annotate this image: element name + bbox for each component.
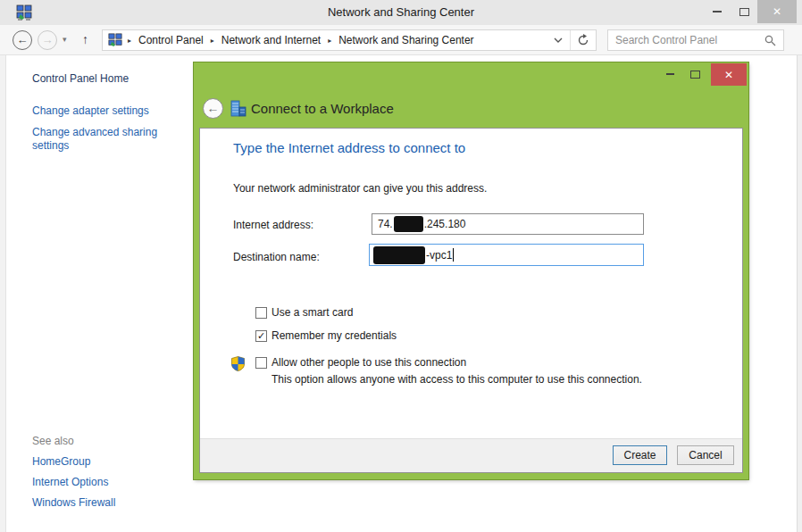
up-icon: ↑	[82, 32, 88, 46]
dialog-intro-text: Your network administrator can give you …	[233, 182, 487, 195]
network-icon	[108, 33, 122, 47]
see-also-heading: See also	[32, 435, 74, 447]
destination-name-value-suffix: -vpc1	[426, 249, 452, 262]
breadcrumb-separator-icon: ▸	[122, 37, 137, 45]
text-cursor	[453, 248, 454, 262]
maximize-icon	[690, 71, 700, 79]
redaction-box	[394, 216, 423, 232]
window-controls: ✕	[704, 0, 797, 23]
redaction-box	[373, 246, 425, 264]
search-input[interactable]	[608, 34, 764, 46]
forward-icon: →	[42, 33, 54, 46]
refresh-button[interactable]	[571, 34, 596, 46]
connect-to-workplace-dialog: ✕ ← Connect to a Workplace Type the Inte…	[194, 62, 748, 479]
search-box	[607, 29, 784, 51]
title-bar: Network and Sharing Center ✕	[0, 0, 802, 25]
window-title: Network and Sharing Center	[0, 5, 802, 19]
recent-pages-dropdown[interactable]: ▾	[63, 35, 67, 44]
allow-others-description: This option allows anyone with access to…	[272, 373, 642, 386]
address-bar[interactable]: ▸ Control Panel ▸ Network and Internet ▸…	[102, 29, 597, 51]
destination-name-field[interactable]: -vpc1	[369, 244, 644, 266]
breadcrumb-network-and-sharing-center[interactable]: Network and Sharing Center	[337, 34, 475, 46]
internet-address-value-suffix: .245.180	[424, 218, 466, 230]
internet-address-value-prefix: 74.	[378, 218, 393, 230]
breadcrumb-separator-icon: ▸	[322, 37, 337, 45]
search-button[interactable]	[764, 35, 783, 46]
destination-name-label: Destination name:	[233, 251, 320, 263]
create-button[interactable]: Create	[613, 445, 667, 465]
dialog-close-button[interactable]: ✕	[711, 63, 747, 86]
close-button[interactable]: ✕	[757, 0, 797, 23]
dialog-title: Connect to a Workplace	[251, 101, 394, 116]
dialog-minimize-button[interactable]	[657, 62, 682, 86]
back-icon: ←	[17, 33, 29, 46]
sidebar-item-internet-options[interactable]: Internet Options	[32, 476, 108, 488]
allow-others-checkbox[interactable]	[255, 357, 267, 369]
back-icon: ←	[207, 101, 220, 115]
window-frame-right	[797, 55, 802, 532]
dialog-maximize-button[interactable]	[682, 62, 707, 86]
check-icon: ✓	[257, 331, 265, 341]
smart-card-checkbox-label: Use a smart card	[272, 306, 353, 319]
window-frame-left	[0, 55, 6, 532]
cancel-button[interactable]: Cancel	[677, 445, 734, 465]
minimize-icon	[666, 73, 674, 75]
maximize-icon	[739, 8, 749, 16]
breadcrumb-control-panel[interactable]: Control Panel	[137, 34, 205, 46]
maximize-button[interactable]	[731, 0, 757, 23]
search-icon	[764, 35, 776, 46]
internet-address-field[interactable]: 74..245.180	[372, 213, 644, 235]
allow-others-checkbox-label: Allow other people to use this connectio…	[272, 356, 466, 369]
remember-credentials-checkbox[interactable]: ✓	[255, 330, 267, 342]
breadcrumb-separator-icon: ▸	[205, 37, 220, 45]
up-button[interactable]: ↑	[82, 32, 88, 46]
uac-shield-icon	[231, 356, 245, 371]
forward-button[interactable]: →	[38, 30, 57, 50]
minimize-icon	[713, 11, 722, 12]
minimize-button[interactable]	[704, 0, 731, 23]
sidebar-item-windows-firewall[interactable]: Windows Firewall	[32, 496, 115, 509]
dialog-back-button[interactable]: ←	[203, 98, 223, 119]
remember-credentials-checkbox-row[interactable]: ✓ Remember my credentials	[255, 329, 397, 342]
dialog-window-controls: ✕	[657, 62, 747, 86]
dialog-content-panel: Type the Internet address to connect to …	[199, 128, 743, 473]
close-icon: ✕	[773, 5, 781, 18]
close-icon: ✕	[724, 69, 733, 81]
sidebar-item-change-adapter-settings[interactable]: Change adapter settings	[32, 104, 149, 117]
breadcrumb-network-and-internet[interactable]: Network and Internet	[220, 34, 322, 46]
chevron-down-icon: ▾	[63, 35, 67, 44]
sidebar-item-control-panel-home[interactable]: Control Panel Home	[32, 72, 129, 85]
chevron-down-icon	[554, 37, 563, 43]
sidebar-item-change-advanced-sharing-settings[interactable]: Change advanced sharing settings	[32, 126, 180, 153]
refresh-icon	[577, 34, 589, 46]
remember-credentials-checkbox-label: Remember my credentials	[272, 329, 397, 342]
back-button[interactable]: ←	[13, 30, 32, 50]
smart-card-checkbox[interactable]	[255, 307, 267, 319]
allow-others-checkbox-row[interactable]: Allow other people to use this connectio…	[255, 356, 466, 369]
workplace-icon	[230, 100, 246, 117]
sidebar-item-homegroup[interactable]: HomeGroup	[32, 455, 90, 468]
smart-card-checkbox-row[interactable]: Use a smart card	[255, 306, 353, 319]
dialog-heading: Type the Internet address to connect to	[233, 140, 465, 155]
internet-address-label: Internet address:	[233, 219, 313, 231]
address-dropdown-button[interactable]	[547, 37, 570, 43]
